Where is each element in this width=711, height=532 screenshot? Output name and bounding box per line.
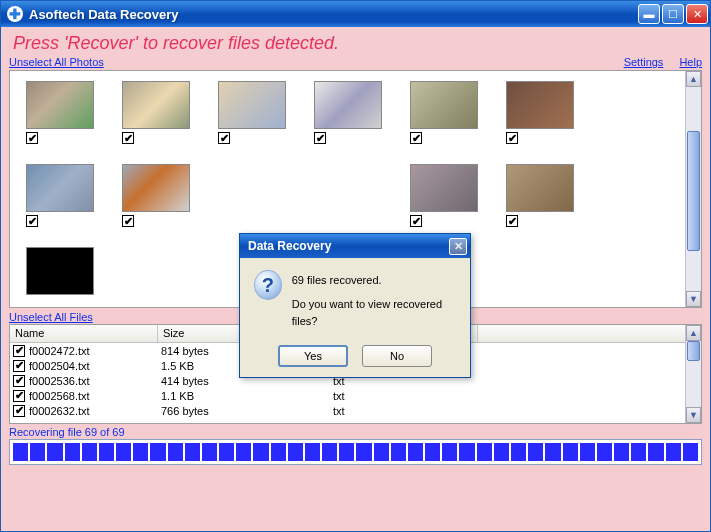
thumbnail-item[interactable]: ✔ — [506, 164, 574, 227]
thumbnail-checkbox[interactable]: ✔ — [122, 132, 134, 144]
thumbnail-checkbox[interactable]: ✔ — [218, 132, 230, 144]
scroll-thumb[interactable] — [687, 131, 700, 251]
thumbnail-image — [26, 247, 94, 295]
thumbnail-checkbox[interactable]: ✔ — [506, 215, 518, 227]
thumbnail-item[interactable]: ✔ — [122, 164, 190, 227]
thumb-row-2: ✔ ✔ ✔ ✔ ✔ ✔ — [14, 160, 697, 231]
close-button[interactable]: ✕ — [686, 4, 708, 24]
yes-button[interactable]: Yes — [278, 345, 348, 367]
app-icon: ✚ — [7, 6, 23, 22]
thumbnail-image — [410, 164, 478, 212]
col-blank — [478, 325, 701, 342]
dialog-buttons: Yes No — [254, 345, 456, 367]
file-checkbox[interactable]: ✔ — [13, 360, 25, 372]
file-scrollbar[interactable]: ▲ ▼ — [685, 325, 701, 423]
titlebar: ✚ Asoftech Data Recovery ▬ ☐ ✕ — [1, 1, 710, 27]
thumb-row-1: ✔ ✔ ✔ ✔ ✔ ✔ — [14, 77, 697, 148]
scroll-up-icon[interactable]: ▲ — [686, 71, 701, 87]
file-name: f0002504.txt — [28, 360, 161, 372]
thumbnail-checkbox[interactable]: ✔ — [314, 132, 326, 144]
thumbnail-image — [314, 81, 382, 129]
instruction-text: Press 'Recover' to recover files detecte… — [13, 33, 702, 54]
progress-bar — [9, 439, 702, 465]
thumbnail-image — [26, 81, 94, 129]
dialog-line1: 69 files recovered. — [292, 272, 456, 290]
scroll-up-icon[interactable]: ▲ — [686, 325, 701, 341]
photo-scrollbar[interactable]: ▲ ▼ — [685, 71, 701, 307]
file-name: f0002632.txt — [28, 405, 161, 417]
thumbnail-item[interactable]: ✔ — [314, 81, 382, 144]
thumbnail-item[interactable]: ✔ — [506, 81, 574, 144]
scroll-down-icon[interactable]: ▼ — [686, 291, 701, 307]
thumbnail-image — [122, 81, 190, 129]
thumbnail-image — [506, 164, 574, 212]
dialog-title: Data Recovery — [248, 239, 449, 253]
scroll-thumb[interactable] — [687, 341, 700, 361]
thumbnail-checkbox[interactable]: ✔ — [26, 215, 38, 227]
window-controls: ▬ ☐ ✕ — [638, 4, 708, 24]
file-checkbox[interactable]: ✔ — [13, 390, 25, 402]
file-size: 1.1 KB — [161, 390, 333, 402]
thumbnail-checkbox[interactable]: ✔ — [410, 132, 422, 144]
thumbnail-checkbox[interactable]: ✔ — [122, 215, 134, 227]
file-checkbox[interactable]: ✔ — [13, 345, 25, 357]
thumbnail-item[interactable] — [26, 247, 94, 295]
thumbnail-image — [26, 164, 94, 212]
thumbnail-item[interactable]: ✔ — [410, 164, 478, 227]
dialog-line2: Do you want to view recovered files? — [292, 296, 456, 331]
content-area: Press 'Recover' to recover files detecte… — [1, 27, 710, 531]
thumbnail-item[interactable]: ✔ — [26, 81, 94, 144]
unselect-all-photos-link[interactable]: Unselect All Photos — [9, 56, 104, 68]
file-ext: txt — [333, 405, 481, 417]
thumbnail-item[interactable]: ✔ — [26, 164, 94, 227]
unselect-all-files-link[interactable]: Unselect All Files — [9, 311, 93, 323]
dialog-body: ? 69 files recovered. Do you want to vie… — [240, 258, 470, 377]
question-icon: ? — [254, 270, 282, 300]
dialog-close-button[interactable]: ✕ — [449, 238, 467, 255]
thumbnail-checkbox[interactable]: ✔ — [410, 215, 422, 227]
app-window: ✚ Asoftech Data Recovery ▬ ☐ ✕ Press 'Re… — [0, 0, 711, 532]
file-size: 766 bytes — [161, 405, 333, 417]
file-checkbox[interactable]: ✔ — [13, 375, 25, 387]
thumbnail-checkbox[interactable]: ✔ — [26, 132, 38, 144]
file-checkbox[interactable]: ✔ — [13, 405, 25, 417]
thumbnail-image — [410, 81, 478, 129]
minimize-button[interactable]: ▬ — [638, 4, 660, 24]
maximize-button[interactable]: ☐ — [662, 4, 684, 24]
thumbnail-image — [218, 81, 286, 129]
col-name[interactable]: Name — [10, 325, 158, 342]
file-name: f0002536.txt — [28, 375, 161, 387]
dialog-titlebar: Data Recovery ✕ — [240, 234, 470, 258]
help-links: Settings Help — [624, 56, 702, 68]
file-row[interactable]: ✔f0002632.txt766 bytestxt — [10, 403, 701, 418]
recovery-dialog: Data Recovery ✕ ? 69 files recovered. Do… — [239, 233, 471, 378]
thumbnail-item[interactable]: ✔ — [218, 81, 286, 144]
thumbnail-image — [506, 81, 574, 129]
settings-link[interactable]: Settings — [624, 56, 664, 68]
window-title: Asoftech Data Recovery — [29, 7, 638, 22]
thumbnail-item[interactable]: ✔ — [122, 81, 190, 144]
help-link[interactable]: Help — [679, 56, 702, 68]
status-text: Recovering file 69 of 69 — [9, 426, 702, 438]
dialog-message-row: ? 69 files recovered. Do you want to vie… — [254, 270, 456, 331]
scroll-down-icon[interactable]: ▼ — [686, 407, 701, 423]
top-link-row: Unselect All Photos Settings Help — [9, 56, 702, 68]
thumbnail-item[interactable]: ✔ — [410, 81, 478, 144]
dialog-text: 69 files recovered. Do you want to view … — [292, 270, 456, 331]
thumbnail-checkbox[interactable]: ✔ — [506, 132, 518, 144]
thumbnail-image — [122, 164, 190, 212]
file-name: f0002472.txt — [28, 345, 161, 357]
file-row[interactable]: ✔f0002568.txt1.1 KBtxt — [10, 388, 701, 403]
file-ext: txt — [333, 390, 481, 402]
no-button[interactable]: No — [362, 345, 432, 367]
file-name: f0002568.txt — [28, 390, 161, 402]
